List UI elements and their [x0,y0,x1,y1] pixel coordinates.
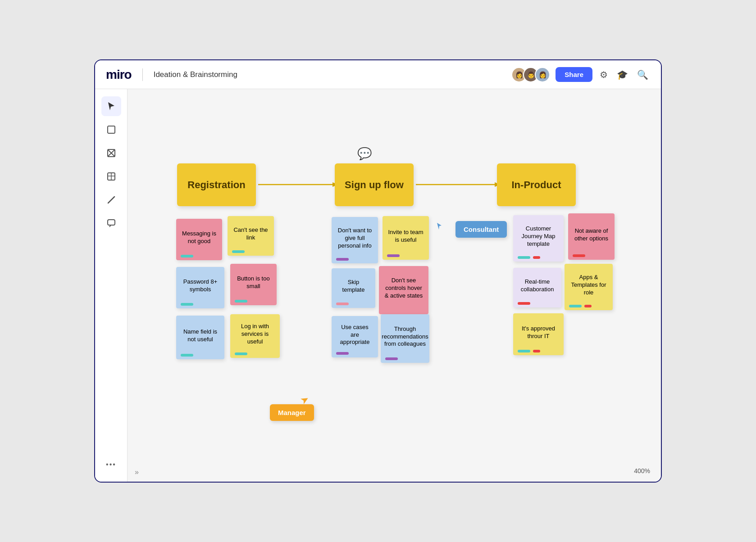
category-inproduct: In-Product [497,163,576,206]
search-icon[interactable]: 🔍 [635,68,650,82]
avatar-3: 👩 [535,67,550,82]
tool-comment[interactable] [101,213,121,233]
note-skip: Skip template [332,268,375,308]
learn-icon[interactable]: 🎓 [615,68,630,82]
note-cantlink: Can't see the link [228,216,274,256]
tag-teal [235,300,247,303]
tag-red [573,254,585,257]
tag-teal [569,305,582,307]
share-button[interactable]: Share [556,67,592,82]
svg-rect-0 [108,126,115,133]
tag-teal [518,350,530,352]
header-divider [142,68,143,81]
note-messaging: Messaging is not good [176,219,222,260]
note-password: Password 8+ symbols [176,267,224,308]
filter-icon[interactable]: ⚙ [598,68,610,82]
tool-image[interactable] [101,143,121,163]
tag-purple [387,254,400,257]
note-invite: Invite to team is useful [383,216,429,260]
note-notaware: Not aware of other options [568,213,615,260]
category-signup: Sign up flow [335,163,414,206]
tag-teal [518,256,530,259]
tool-line[interactable] [101,190,121,210]
board-title: Ideation & Brainstorming [154,70,237,79]
tool-table[interactable] [101,167,121,186]
sidebar: ••• [95,89,128,482]
user-avatars: 👩 👨 👩 [511,67,550,82]
cursor-blue [436,222,442,233]
tag-red [533,256,540,259]
note-realtime: Real-time collaboration [513,268,561,307]
svg-rect-8 [108,220,115,225]
tool-sticky[interactable] [101,120,121,140]
note-journey: Customer Journey Map template [513,215,564,262]
tag-teal [181,303,193,306]
tag-teal [235,352,247,355]
tag-teal [181,255,193,257]
logo: miro [106,68,132,82]
tag-red [533,350,540,352]
category-registration: Registration [177,163,256,206]
tag-pink [336,303,349,305]
tag-purple [336,258,349,261]
svg-line-7 [108,197,114,203]
tool-cursor[interactable] [101,96,121,116]
main-area: ••• 💬 Registration Sign up flow In-Produ… [95,89,661,482]
note-recommendations: Through recommendations from colleagues [381,314,429,363]
tag-teal [232,250,245,253]
note-button: Button is too small [230,264,277,305]
canvas[interactable]: 💬 Registration Sign up flow In-Product M… [128,89,661,482]
tag-red [584,305,592,307]
note-apps: Apps & Templates for role [565,264,613,310]
header-right: 👩 👨 👩 Share ⚙ 🎓 🔍 [511,67,650,82]
note-namefield: Name field is not useful [176,316,224,359]
consultant-badge: Consultant [455,221,507,238]
tag-teal [181,354,193,357]
zoom-indicator: 400% [634,467,650,474]
note-login: Log in with services is useful [230,314,280,358]
manager-badge: Manager [270,404,314,421]
tag-red [518,302,530,305]
note-controls: Don't see controls hover & active states [379,266,428,314]
header: miro Ideation & Brainstorming 👩 👨 👩 Shar… [95,60,661,89]
expand-button[interactable]: » [135,468,139,476]
chat-icon: 💬 [357,147,372,161]
tool-more[interactable]: ••• [101,455,121,474]
app-window: miro Ideation & Brainstorming 👩 👨 👩 Shar… [94,59,662,483]
tag-purple [385,357,398,360]
note-usecases: Use cases are appropriate [332,316,378,357]
note-personal: Don't want to give full personal info [332,217,378,263]
tag-purple [336,352,349,355]
note-approved: It's approved throur IT [513,313,564,355]
